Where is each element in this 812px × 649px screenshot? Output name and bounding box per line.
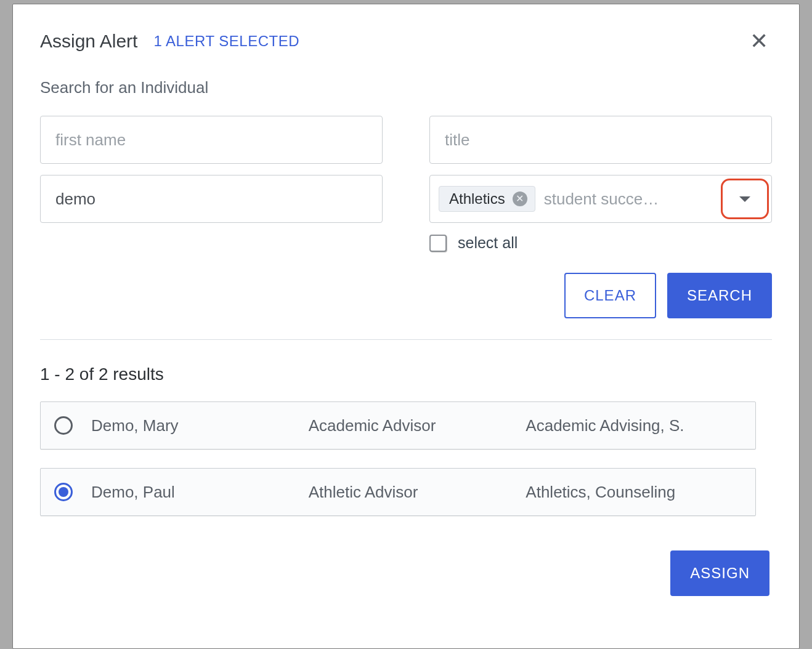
chevron-down-icon xyxy=(739,196,750,202)
result-title: Academic Advisor xyxy=(309,416,526,435)
assign-button-row: ASSIGN xyxy=(40,550,772,596)
radio-inner-icon xyxy=(59,487,68,497)
chip-label: Athletics xyxy=(449,190,505,208)
select-all-label: select all xyxy=(458,234,518,252)
result-title: Athletic Advisor xyxy=(309,483,526,502)
results-count: 1 - 2 of 2 results xyxy=(40,365,772,384)
result-name: Demo, Paul xyxy=(91,483,309,502)
search-section-label: Search for an Individual xyxy=(40,78,772,97)
section-divider xyxy=(40,339,772,340)
results-list: Demo, Mary Academic Advisor Academic Adv… xyxy=(40,401,772,516)
modal-title: Assign Alert xyxy=(40,31,137,52)
alert-selected-count: 1 ALERT SELECTED xyxy=(153,33,299,50)
search-form: Athletics ✕ student succe… select all xyxy=(40,116,772,252)
filter-chip-athletics: Athletics ✕ xyxy=(439,186,535,212)
result-radio[interactable] xyxy=(54,483,73,501)
chip-remove-icon[interactable]: ✕ xyxy=(513,191,527,206)
close-icon: ✕ xyxy=(750,28,768,54)
select-all-checkbox[interactable] xyxy=(429,235,447,252)
select-all-row: select all xyxy=(429,234,772,252)
search-button[interactable]: SEARCH xyxy=(667,273,772,318)
modal-header: Assign Alert 1 ALERT SELECTED ✕ xyxy=(40,29,772,54)
department-multiselect[interactable]: Athletics ✕ student succe… xyxy=(429,175,772,223)
result-dept: Athletics, Counseling xyxy=(526,483,743,502)
result-row[interactable]: Demo, Mary Academic Advisor Academic Adv… xyxy=(40,401,756,449)
multiselect-dropdown-toggle[interactable] xyxy=(721,179,769,219)
clear-button[interactable]: CLEAR xyxy=(564,273,656,318)
close-button[interactable]: ✕ xyxy=(746,29,772,54)
result-row[interactable]: Demo, Paul Athletic Advisor Athletics, C… xyxy=(40,468,756,516)
title-input[interactable] xyxy=(429,116,772,164)
assign-alert-modal: Assign Alert 1 ALERT SELECTED ✕ Search f… xyxy=(12,4,800,649)
first-name-input[interactable] xyxy=(40,116,383,164)
result-radio[interactable] xyxy=(54,416,73,435)
search-button-row: CLEAR SEARCH xyxy=(40,273,772,318)
result-name: Demo, Mary xyxy=(91,416,309,435)
last-name-input[interactable] xyxy=(40,175,383,223)
assign-button[interactable]: ASSIGN xyxy=(670,550,769,596)
result-dept: Academic Advising, S. xyxy=(526,416,743,435)
